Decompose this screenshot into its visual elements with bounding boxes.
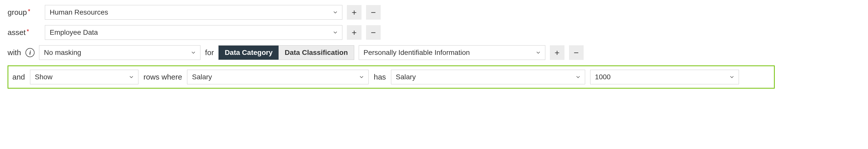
category-remove-button[interactable]: −: [569, 45, 584, 60]
group-row: group* Human Resources + −: [7, 5, 861, 20]
masking-select[interactable]: No masking: [39, 45, 200, 60]
plus-icon: +: [352, 8, 357, 16]
asset-select[interactable]: Employee Data: [45, 25, 342, 40]
operator-select-value: Salary: [396, 73, 416, 81]
info-icon[interactable]: i: [26, 48, 35, 57]
asset-select-value: Employee Data: [50, 29, 98, 37]
minus-icon: −: [371, 8, 376, 16]
group-select-value: Human Resources: [50, 8, 108, 16]
category-add-button[interactable]: +: [550, 45, 564, 60]
segment-data-classification[interactable]: Data Classification: [279, 45, 354, 60]
rows-where-label: rows where: [144, 73, 182, 81]
policy-builder: group* Human Resources + − asset* Employ…: [0, 0, 868, 101]
masking-select-value: No masking: [44, 48, 81, 57]
show-hide-select[interactable]: Show: [30, 70, 138, 84]
asset-remove-button[interactable]: −: [366, 25, 381, 40]
asset-label-wrap: asset*: [7, 28, 40, 37]
asset-row: asset* Employee Data + −: [7, 25, 861, 40]
chevron-down-icon: [359, 75, 364, 79]
show-hide-value: Show: [35, 73, 53, 81]
minus-icon: −: [371, 28, 376, 37]
data-scope-segment: Data Category Data Classification: [218, 45, 354, 60]
with-row: with i No masking for Data Category Data…: [7, 45, 861, 60]
group-label-wrap: group*: [7, 8, 40, 16]
chevron-down-icon: [730, 75, 734, 79]
asset-add-button[interactable]: +: [347, 25, 362, 40]
group-label: group: [7, 8, 27, 16]
value-select[interactable]: 1000: [590, 70, 739, 84]
chevron-down-icon: [191, 50, 196, 55]
category-select[interactable]: Personally Identifiable Information: [359, 45, 545, 60]
filter-row: and Show rows where Salary has Salary 10…: [7, 66, 775, 88]
asset-label: asset: [7, 28, 26, 37]
operator-select[interactable]: Salary: [391, 70, 585, 84]
for-label: for: [205, 48, 214, 57]
chevron-down-icon: [333, 30, 338, 35]
group-required-marker: *: [28, 8, 30, 14]
minus-icon: −: [574, 48, 579, 57]
has-label: has: [374, 73, 386, 81]
chevron-down-icon: [333, 10, 338, 14]
chevron-down-icon: [576, 75, 580, 79]
group-remove-button[interactable]: −: [366, 5, 381, 20]
value-select-value: 1000: [595, 73, 611, 81]
chevron-down-icon: [129, 75, 134, 79]
plus-icon: +: [352, 28, 357, 37]
group-add-button[interactable]: +: [347, 5, 362, 20]
column-select[interactable]: Salary: [187, 70, 369, 84]
asset-required-marker: *: [27, 28, 29, 35]
group-select[interactable]: Human Resources: [45, 5, 342, 20]
category-select-value: Personally Identifiable Information: [364, 48, 470, 57]
chevron-down-icon: [536, 50, 540, 55]
column-select-value: Salary: [192, 73, 212, 81]
and-label: and: [12, 73, 25, 81]
with-label: with: [7, 48, 21, 57]
plus-icon: +: [555, 48, 560, 57]
segment-data-category[interactable]: Data Category: [219, 45, 279, 60]
